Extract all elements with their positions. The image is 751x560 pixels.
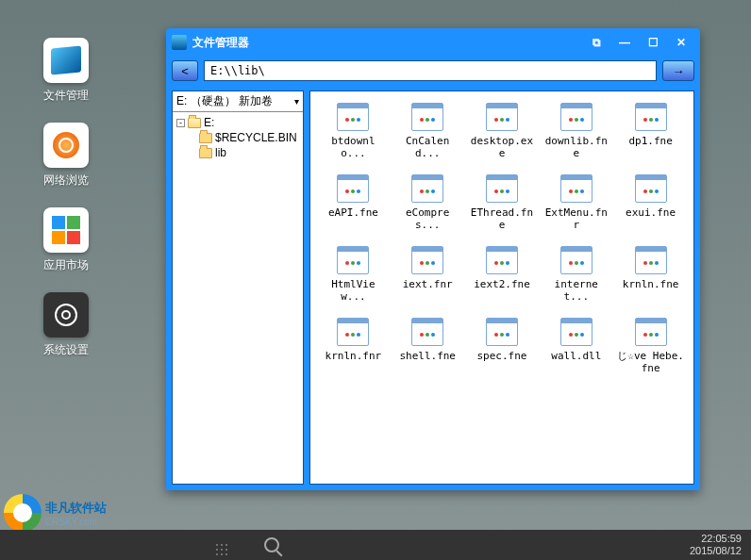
file-icon <box>560 103 592 131</box>
file-name-label: shell.fne <box>399 350 456 362</box>
file-name-label: CnCalend... <box>393 135 461 159</box>
file-icon <box>635 174 667 203</box>
file-icon <box>560 246 592 274</box>
go-button[interactable]: → <box>662 60 694 81</box>
file-name-label: iext2.fne <box>474 278 530 290</box>
file-item[interactable]: eCompres... <box>392 174 463 240</box>
file-grid[interactable]: btdownlo...CnCalend...desktop.exedownlib… <box>309 91 694 485</box>
file-manager-window: 文件管理器 ⧉ — ☐ ✕ < E:\\lib\ → E: （硬盘） 新加卷 ▾… <box>166 28 700 490</box>
tree-root-node[interactable]: - E: <box>176 115 299 130</box>
file-item[interactable]: downlib.fne <box>541 103 611 169</box>
file-item[interactable]: internet... <box>541 246 611 312</box>
file-item[interactable]: eAPI.fne <box>318 174 389 240</box>
file-item[interactable]: HtmlView... <box>318 246 389 312</box>
file-item[interactable]: iext2.fne <box>467 246 538 312</box>
tree-node-label: $RECYCLE.BIN <box>215 131 297 144</box>
folder-tree: - E: $RECYCLE.BIN lib <box>173 112 303 163</box>
tree-toggle[interactable]: - <box>176 119 185 127</box>
dock-item-system-settings[interactable]: 系统设置 <box>43 292 89 358</box>
file-item[interactable]: CnCalend... <box>392 103 463 169</box>
clock-date: 2015/08/12 <box>690 545 742 557</box>
clock-time: 22:05:59 <box>690 533 742 545</box>
address-input[interactable]: E:\\lib\ <box>204 60 657 81</box>
file-name-label: exui.fne <box>626 206 676 219</box>
file-icon <box>337 174 369 203</box>
file-name-label: wall.dll <box>551 350 601 362</box>
file-item[interactable]: wall.dll <box>541 318 611 384</box>
file-item[interactable]: EThread.fne <box>467 174 538 240</box>
tree-node-label: E: <box>204 116 214 129</box>
app-icon <box>172 35 187 50</box>
file-name-label: internet... <box>542 278 610 303</box>
window-titlebar[interactable]: 文件管理器 ⧉ — ☐ ✕ <box>166 28 700 57</box>
file-icon <box>337 246 369 274</box>
file-name-label: ExtMenu.fnr <box>542 206 610 231</box>
file-name-label: spec.fne <box>477 350 527 362</box>
file-item[interactable]: じ☆ve Hebe.fne <box>615 318 686 384</box>
watermark-title: 非凡软件站 <box>45 500 107 517</box>
crsky-logo-icon <box>4 494 42 532</box>
file-name-label: downlib.fne <box>542 135 610 159</box>
drive-select-label: E: （硬盘） 新加卷 <box>176 93 273 109</box>
taskbar-clock[interactable]: 22:05:59 2015/08/12 <box>690 533 742 557</box>
close-button[interactable]: ✕ <box>668 34 694 51</box>
file-manager-icon <box>51 46 81 75</box>
taskbar: 22:05:59 2015/08/12 <box>0 530 751 560</box>
file-item[interactable]: dp1.fne <box>615 103 686 169</box>
file-item[interactable]: krnln.fne <box>615 246 686 312</box>
dock-label: 文件管理 <box>43 88 89 104</box>
file-item[interactable]: krnln.fnr <box>318 318 389 384</box>
back-button[interactable]: < <box>172 60 198 81</box>
file-name-label: eAPI.fne <box>328 206 378 219</box>
tree-child-node[interactable]: lib <box>176 145 299 160</box>
folder-icon <box>199 148 212 158</box>
site-watermark: 非凡软件站 CRSKY.com <box>4 494 107 532</box>
file-icon <box>411 174 443 203</box>
folder-icon <box>199 133 212 143</box>
file-icon <box>411 103 443 131</box>
taskbar-handle[interactable] <box>208 544 236 546</box>
file-item[interactable]: iext.fnr <box>392 246 463 312</box>
file-icon <box>486 174 518 203</box>
search-icon[interactable] <box>264 537 279 552</box>
tree-node-label: lib <box>215 146 226 159</box>
dock-item-file-manager[interactable]: 文件管理 <box>43 38 89 104</box>
file-name-label: dp1.fne <box>628 135 672 147</box>
gear-icon <box>55 304 77 326</box>
restore-down-button[interactable]: ⧉ <box>583 34 609 51</box>
chevron-down-icon: ▾ <box>294 96 299 107</box>
file-name-label: krnln.fnr <box>325 350 382 362</box>
file-item[interactable]: desktop.exe <box>467 103 538 169</box>
file-name-label: じ☆ve Hebe.fne <box>617 350 685 374</box>
file-name-label: btdownlo... <box>319 135 387 159</box>
folder-open-icon <box>188 118 201 128</box>
address-bar: < E:\\lib\ → <box>166 57 700 85</box>
file-icon <box>486 318 518 346</box>
file-icon <box>486 246 518 274</box>
tree-child-node[interactable]: $RECYCLE.BIN <box>176 130 299 145</box>
drive-select[interactable]: E: （硬盘） 新加卷 ▾ <box>173 91 303 112</box>
file-name-label: EThread.fne <box>468 206 536 231</box>
file-icon <box>560 318 592 346</box>
file-name-label: desktop.exe <box>468 135 536 159</box>
file-item[interactable]: ExtMenu.fnr <box>541 174 611 240</box>
desktop-dock: 文件管理 网络浏览 应用市场 系统设置 <box>43 38 89 358</box>
maximize-button[interactable]: ☐ <box>640 34 666 51</box>
file-icon <box>337 318 369 346</box>
folder-tree-panel: E: （硬盘） 新加卷 ▾ - E: $RECYCLE.BIN lib <box>172 91 304 485</box>
file-icon <box>411 246 443 274</box>
dock-label: 网络浏览 <box>43 173 89 189</box>
file-item[interactable]: exui.fne <box>615 174 686 240</box>
watermark-sub: CRSKY.com <box>45 517 107 527</box>
file-name-label: HtmlView... <box>319 278 387 303</box>
file-item[interactable]: btdownlo... <box>318 103 389 169</box>
dock-item-browser[interactable]: 网络浏览 <box>43 123 89 189</box>
file-icon <box>486 103 518 131</box>
dock-item-app-market[interactable]: 应用市场 <box>43 207 89 273</box>
minimize-button[interactable]: — <box>611 34 638 51</box>
dock-label: 系统设置 <box>43 342 89 358</box>
app-market-icon <box>52 216 80 244</box>
file-item[interactable]: spec.fne <box>467 318 538 384</box>
file-name-label: eCompres... <box>393 206 461 231</box>
file-item[interactable]: shell.fne <box>392 318 463 384</box>
